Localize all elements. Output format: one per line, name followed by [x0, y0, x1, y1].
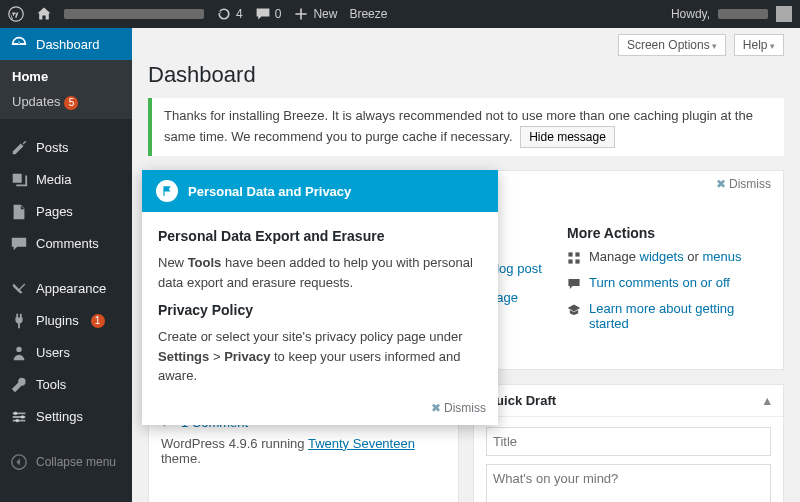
- sidebar-label-posts: Posts: [36, 140, 69, 155]
- wp-version: WordPress 4.9.6 running Twenty Seventeen…: [161, 436, 446, 466]
- quick-draft-box: Quick Draft▴: [473, 384, 784, 503]
- sidebar-item-appearance[interactable]: Appearance: [0, 273, 132, 305]
- sidebar-item-users[interactable]: Users: [0, 337, 132, 369]
- theme-link[interactable]: Twenty Seventeen: [308, 436, 415, 451]
- sidebar-item-media[interactable]: Media: [0, 164, 132, 196]
- sidebar-collapse[interactable]: Collapse menu: [0, 446, 132, 478]
- notice-text: Thanks for installing Breeze. It is alwa…: [164, 108, 753, 144]
- sidebar-label-comments: Comments: [36, 236, 99, 251]
- more-action-widgets: Manage widgets or menus: [567, 249, 767, 265]
- box-toggle-icon[interactable]: ▴: [764, 393, 771, 408]
- hide-message-button[interactable]: Hide message: [520, 126, 615, 148]
- menus-link[interactable]: menus: [702, 249, 741, 264]
- more-actions-title: More Actions: [567, 225, 767, 241]
- welcome-dismiss-button[interactable]: Dismiss: [716, 177, 771, 191]
- sidebar-item-posts[interactable]: Posts: [0, 132, 132, 164]
- popup-header: Personal Data and Privacy: [142, 170, 498, 212]
- popup-h1: Personal Data Export and Erasure: [158, 226, 482, 247]
- howdy-label: Howdy,: [671, 7, 710, 21]
- screen-options-button[interactable]: Screen Options: [618, 34, 726, 56]
- more-actions: More Actions Manage widgets or menus Tur…: [567, 225, 767, 341]
- sidebar-label-collapse: Collapse menu: [36, 455, 116, 469]
- refresh-count: 4: [236, 7, 243, 21]
- sidebar-item-pages[interactable]: Pages: [0, 196, 132, 228]
- sidebar-sub-updates[interactable]: Updates5: [0, 89, 132, 115]
- popup-p1: New Tools have been added to help you wi…: [158, 253, 482, 292]
- sidebar-label-media: Media: [36, 172, 71, 187]
- grad-cap-icon: [567, 303, 581, 317]
- sidebar-item-comments[interactable]: Comments: [0, 228, 132, 260]
- updates-badge: 5: [64, 96, 78, 110]
- comments-toggle-icon: [567, 277, 581, 291]
- wp-logo-icon[interactable]: [8, 6, 24, 22]
- svg-point-2: [14, 411, 18, 415]
- sidebar-label-pages: Pages: [36, 204, 73, 219]
- svg-rect-7: [575, 252, 579, 256]
- svg-rect-9: [575, 259, 579, 263]
- site-name-redacted: [64, 9, 204, 19]
- more-action-learn: Learn more about getting started: [567, 301, 767, 331]
- sidebar-item-plugins[interactable]: Plugins1: [0, 305, 132, 337]
- comment-count: 0: [275, 7, 282, 21]
- sidebar-item-settings[interactable]: Settings: [0, 401, 132, 433]
- home-icon[interactable]: [36, 6, 52, 22]
- svg-rect-8: [568, 259, 572, 263]
- svg-point-1: [16, 346, 21, 351]
- svg-point-4: [15, 418, 19, 422]
- widgets-icon: [567, 251, 581, 265]
- sidebar-item-dashboard[interactable]: Dashboard: [0, 28, 132, 60]
- sidebar-label-appearance: Appearance: [36, 281, 106, 296]
- popup-h2: Privacy Policy: [158, 300, 482, 321]
- sidebar-label-users: Users: [36, 345, 70, 360]
- plugins-badge: 1: [91, 314, 105, 328]
- new-item[interactable]: New: [293, 6, 337, 22]
- privacy-popup: Personal Data and Privacy Personal Data …: [142, 170, 498, 425]
- refresh-item[interactable]: 4: [216, 6, 243, 22]
- breeze-notice: Thanks for installing Breeze. It is alwa…: [148, 98, 784, 156]
- sidebar-label-settings: Settings: [36, 409, 83, 424]
- popup-title: Personal Data and Privacy: [188, 184, 351, 199]
- sidebar-submenu: Home Updates5: [0, 60, 132, 119]
- learn-more-link[interactable]: Learn more about getting started: [589, 301, 767, 331]
- more-action-comments: Turn comments on or off: [567, 275, 767, 291]
- page-title: Dashboard: [148, 62, 784, 88]
- sidebar-label-plugins: Plugins: [36, 313, 79, 328]
- avatar[interactable]: [776, 6, 792, 22]
- user-name-redacted: [718, 9, 768, 19]
- popup-p2: Create or select your site's privacy pol…: [158, 327, 482, 386]
- draft-title-input[interactable]: [486, 427, 771, 456]
- comments-item[interactable]: 0: [255, 6, 282, 22]
- comments-toggle-link[interactable]: Turn comments on or off: [589, 275, 730, 290]
- sidebar-label-dashboard: Dashboard: [36, 37, 100, 52]
- draft-body-input[interactable]: [486, 464, 771, 503]
- admin-bar: 4 0 New Breeze Howdy,: [0, 0, 800, 28]
- sidebar-item-tools[interactable]: Tools: [0, 369, 132, 401]
- flag-icon: [156, 180, 178, 202]
- sidebar-sub-home[interactable]: Home: [0, 64, 132, 89]
- breeze-item[interactable]: Breeze: [349, 7, 387, 21]
- popup-dismiss-button[interactable]: Dismiss: [431, 401, 486, 415]
- new-label: New: [313, 7, 337, 21]
- admin-sidebar: Dashboard Home Updates5 Posts Media Page…: [0, 28, 132, 502]
- widgets-link[interactable]: widgets: [640, 249, 684, 264]
- svg-point-3: [21, 415, 25, 419]
- svg-rect-6: [568, 252, 572, 256]
- help-button[interactable]: Help: [734, 34, 784, 56]
- sidebar-label-tools: Tools: [36, 377, 66, 392]
